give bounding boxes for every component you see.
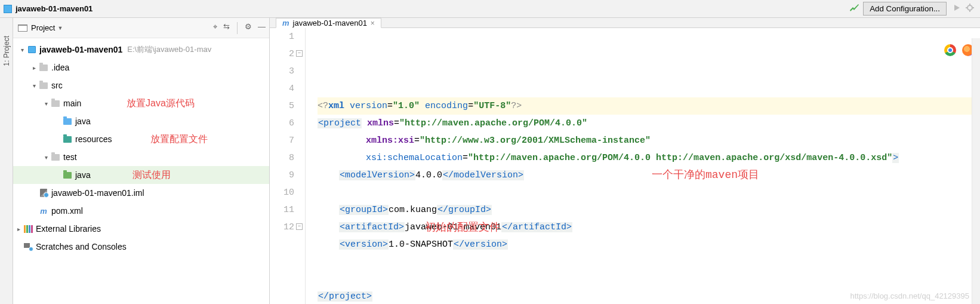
project-tree-header: Project ▼ ⌖ ⇆ ⚙ — xyxy=(13,18,269,38)
chevron-down-icon[interactable]: ▼ xyxy=(57,25,63,31)
chevron-right-icon[interactable]: ▸ xyxy=(14,226,23,232)
tree-label: javaweb-01-maven01.iml xyxy=(51,188,144,198)
tool-window-label: 1: Project xyxy=(2,36,11,66)
tree-path: E:\前端\javaweb-01-mav xyxy=(127,44,211,55)
open-in-browser-icons xyxy=(944,44,974,56)
code-content[interactable]: 一个干净的maven项目 初始的配置文件 <?xml version="1.0"… xyxy=(306,28,980,304)
tree-node-test[interactable]: ▾ test xyxy=(13,148,269,166)
tool-window-tab-project[interactable]: 1: Project xyxy=(0,18,13,304)
tree-node-scratches[interactable]: ▸ Scratches and Consoles xyxy=(13,238,269,256)
module-icon xyxy=(28,46,36,53)
tree-label: java xyxy=(75,116,91,126)
hide-icon[interactable]: — xyxy=(258,22,266,34)
tree-label: .idea xyxy=(51,63,69,72)
project-tree[interactable]: ▾ javaweb-01-maven01 E:\前端\javaweb-01-ma… xyxy=(13,38,269,304)
tree-node-external-libraries[interactable]: ▸ External Libraries xyxy=(13,220,269,238)
breadcrumb-root[interactable]: javaweb-01-maven01 xyxy=(16,4,93,13)
editor-tabs: m javaweb-01-maven01 × xyxy=(270,18,980,28)
tree-label: pom.xml xyxy=(51,206,83,216)
source-folder-icon xyxy=(63,118,72,125)
tree-label: java xyxy=(75,170,91,180)
folder-icon xyxy=(39,65,48,71)
tree-node-main[interactable]: ▾ main 放置Java源代码 xyxy=(13,94,269,112)
chevron-down-icon[interactable]: ▾ xyxy=(42,154,50,161)
collapse-icon[interactable]: ⇆ xyxy=(223,22,230,34)
module-icon xyxy=(4,5,12,13)
tree-label: javaweb-01-maven01 xyxy=(39,45,122,54)
folder-icon xyxy=(39,82,48,89)
libraries-icon xyxy=(24,225,33,233)
tree-label: resources xyxy=(75,134,112,144)
folder-icon xyxy=(51,100,60,107)
run-icon[interactable] xyxy=(953,4,961,14)
tree-label: main xyxy=(63,99,81,108)
target-icon[interactable]: ⌖ xyxy=(213,22,217,34)
chevron-down-icon[interactable]: ▾ xyxy=(42,100,50,107)
annotation-config-files: 放置配置文件 xyxy=(150,133,208,146)
tree-node-java-main[interactable]: ▸ java xyxy=(13,112,269,130)
watermark: https://blog.csdn.net/qq_42129395 xyxy=(850,291,970,300)
gear-icon[interactable]: ⚙ xyxy=(245,22,252,34)
annotation-initial-config: 初始的配置文件 xyxy=(425,219,500,237)
iml-file-icon xyxy=(40,189,47,197)
gutter: 12−3456789101112− xyxy=(270,28,306,304)
svg-point-0 xyxy=(967,5,972,10)
tree-node-pom[interactable]: ▸ m pom.xml xyxy=(13,202,269,220)
project-view-icon xyxy=(18,24,27,32)
tree-node-iml[interactable]: ▸ javaweb-01-maven01.iml xyxy=(13,184,269,202)
tree-label: Scratches and Consoles xyxy=(36,242,127,251)
annotation-test-use: 测试使用 xyxy=(132,169,171,182)
resources-folder-icon xyxy=(63,136,72,143)
project-view-title[interactable]: Project xyxy=(31,23,55,32)
tree-label: test xyxy=(63,152,77,162)
tree-node-src[interactable]: ▾ src xyxy=(13,76,269,94)
tree-node-root[interactable]: ▾ javaweb-01-maven01 E:\前端\javaweb-01-ma… xyxy=(13,41,269,59)
chrome-icon[interactable] xyxy=(944,44,956,56)
tree-label: External Libraries xyxy=(36,224,101,234)
scratches-icon xyxy=(24,243,32,250)
separator xyxy=(237,22,238,34)
add-configuration-button[interactable]: Add Configuration... xyxy=(863,2,947,16)
top-navbar: javaweb-01-maven01 Add Configuration... xyxy=(0,0,980,18)
code-editor[interactable]: 12−3456789101112− 一个干净的maven项目 初始的配置文件 <… xyxy=(270,28,980,304)
maven-file-icon: m xyxy=(282,19,289,27)
editor-panel: m javaweb-01-maven01 × 12−3456789101112−… xyxy=(270,18,980,304)
test-folder-icon xyxy=(63,172,72,179)
chevron-down-icon[interactable]: ▾ xyxy=(30,82,38,89)
chevron-right-icon[interactable]: ▸ xyxy=(30,65,38,71)
tree-node-java-test[interactable]: ▸ java 测试使用 xyxy=(13,166,269,184)
editor-error-stripe xyxy=(972,38,980,304)
close-icon[interactable]: × xyxy=(371,19,375,27)
annotation-java-source: 放置Java源代码 xyxy=(127,97,195,110)
annotation-clean-project: 一个干净的maven项目 xyxy=(652,167,759,184)
project-tree-panel: Project ▼ ⌖ ⇆ ⚙ — ▾ javaweb-01-maven01 E… xyxy=(13,18,270,304)
editor-tab-pom[interactable]: m javaweb-01-maven01 × xyxy=(276,18,381,28)
tab-label: javaweb-01-maven01 xyxy=(293,19,367,27)
folder-icon xyxy=(51,154,60,161)
debug-icon[interactable] xyxy=(966,4,974,14)
tree-node-idea[interactable]: ▸ .idea xyxy=(13,59,269,76)
maven-file-icon: m xyxy=(40,207,47,216)
chevron-down-icon[interactable]: ▾ xyxy=(18,47,26,53)
tree-node-resources[interactable]: ▸ resources 放置配置文件 xyxy=(13,130,269,148)
build-icon[interactable] xyxy=(849,4,859,14)
tree-label: src xyxy=(51,81,63,90)
